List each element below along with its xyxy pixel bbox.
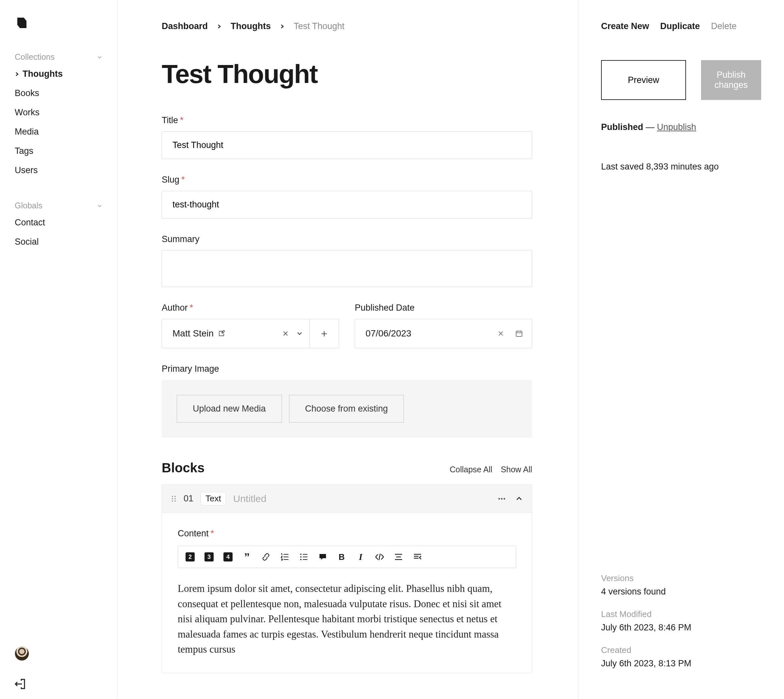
field-summary: Summary — [162, 234, 532, 287]
unpublish-link[interactable]: Unpublish — [657, 122, 696, 132]
nav-section-header-globals[interactable]: Globals — [15, 201, 103, 210]
chevron-down-icon — [97, 203, 103, 209]
drag-handle-icon[interactable] — [171, 495, 176, 502]
nav-item-label: Social — [15, 237, 39, 247]
nav-item-label: Tags — [15, 146, 33, 156]
author-select[interactable]: Matt Stein — [162, 319, 310, 348]
content-editor[interactable]: Lorem ipsum dolor sit amet, consectetur … — [178, 581, 516, 657]
block-header: 01 Text Untitled — [162, 485, 532, 513]
chevron-up-icon[interactable] — [515, 495, 523, 502]
block-type-badge: Text — [201, 492, 226, 505]
ordered-list-button[interactable] — [280, 552, 290, 562]
delete-button[interactable]: Delete — [711, 21, 737, 31]
field-label-title: Title* — [162, 115, 532, 126]
slug-input[interactable] — [162, 191, 532, 219]
nav-item-label: Contact — [15, 217, 45, 228]
block-number: 01 — [184, 494, 193, 504]
breadcrumb-root[interactable]: Dashboard — [162, 21, 208, 31]
nav-section-header-collections[interactable]: Collections — [15, 52, 103, 62]
preview-button[interactable]: Preview — [601, 60, 686, 100]
summary-input[interactable] — [162, 250, 532, 287]
breadcrumb-parent[interactable]: Thoughts — [230, 21, 271, 31]
svg-point-3 — [172, 498, 173, 499]
field-label-slug: Slug* — [162, 175, 532, 185]
breadcrumb: Dashboard Thoughts Test Thought — [162, 21, 532, 31]
title-input[interactable] — [162, 131, 532, 159]
svg-point-11 — [300, 556, 302, 558]
indent-button[interactable] — [413, 552, 423, 562]
svg-point-5 — [172, 500, 173, 502]
align-button[interactable] — [394, 552, 403, 562]
nav-item-label: Users — [15, 165, 38, 176]
h2-button[interactable]: 2 — [185, 552, 195, 562]
field-label-published-date: Published Date — [355, 303, 532, 313]
h3-button[interactable]: 3 — [204, 552, 214, 562]
field-title: Title* — [162, 115, 532, 159]
chevron-right-icon — [15, 72, 19, 76]
meta-created: Created July 6th 2023, 8:13 PM — [601, 645, 761, 669]
choose-existing-button[interactable]: Choose from existing — [289, 395, 404, 423]
upload-area: Upload new Media Choose from existing — [162, 380, 532, 438]
sidebar-bottom — [15, 646, 103, 689]
logout-icon[interactable] — [15, 679, 103, 689]
bold-button[interactable]: B — [337, 552, 346, 562]
field-label-summary: Summary — [162, 234, 532, 244]
duplicate-button[interactable]: Duplicate — [660, 21, 700, 31]
nav-item-label: Books — [15, 88, 39, 98]
svg-point-4 — [174, 498, 176, 499]
published-date-input[interactable]: 07/06/2023 — [355, 319, 532, 348]
logo[interactable] — [15, 17, 103, 30]
link-button[interactable] — [261, 552, 271, 562]
field-slug: Slug* — [162, 175, 532, 219]
meta-versions[interactable]: Versions 4 versions found — [601, 573, 761, 597]
author-add-button[interactable]: + — [310, 319, 339, 348]
quote-button[interactable]: ” — [242, 552, 252, 562]
calendar-icon[interactable] — [515, 330, 523, 337]
field-label-primary-image: Primary Image — [162, 364, 532, 374]
unordered-list-button[interactable] — [299, 552, 309, 562]
h4-button[interactable]: 4 — [223, 552, 233, 562]
meta-value: July 6th 2023, 8:13 PM — [601, 659, 761, 669]
publish-changes-button[interactable]: Publish changes — [701, 60, 761, 100]
sidebar-item-works[interactable]: Works — [15, 108, 103, 118]
block-name: Untitled — [233, 493, 267, 504]
sidebar-item-thoughts[interactable]: Thoughts — [15, 69, 103, 79]
sidebar-item-books[interactable]: Books — [15, 88, 103, 98]
edit-icon[interactable] — [218, 330, 225, 337]
richtext-toolbar: 2 3 4 ” B I — [178, 546, 516, 568]
field-label-author: Author* — [162, 303, 339, 313]
italic-button[interactable]: I — [356, 552, 366, 562]
more-icon[interactable] — [498, 497, 506, 500]
sidebar-item-users[interactable]: Users — [15, 165, 103, 176]
clear-icon[interactable] — [283, 331, 288, 336]
block-item: 01 Text Untitled Content* 2 3 4 ” — [162, 484, 532, 673]
last-saved: Last saved 8,393 minutes ago — [601, 162, 761, 172]
chevron-down-icon — [97, 54, 103, 60]
svg-point-12 — [300, 559, 302, 560]
svg-point-8 — [501, 498, 503, 499]
svg-point-10 — [300, 554, 302, 555]
svg-rect-0 — [516, 331, 522, 336]
sidebar-item-tags[interactable]: Tags — [15, 146, 103, 156]
nav-section-globals: Globals Contact Social — [15, 201, 103, 256]
clear-icon[interactable] — [498, 331, 504, 336]
sidebar-item-media[interactable]: Media — [15, 127, 103, 137]
comment-button[interactable] — [318, 552, 328, 562]
chevron-right-icon — [217, 24, 222, 29]
sidebar-item-contact[interactable]: Contact — [15, 217, 103, 228]
meta-value: July 6th 2023, 8:46 PM — [601, 623, 761, 633]
user-avatar[interactable] — [15, 646, 29, 661]
chevron-right-icon — [280, 24, 285, 29]
chevron-down-icon[interactable] — [296, 330, 303, 337]
code-button[interactable] — [375, 552, 385, 562]
block-body: Content* 2 3 4 ” B I Lorem ipsum dolo — [162, 513, 532, 673]
show-all-button[interactable]: Show All — [501, 465, 532, 474]
nav-section-collections: Collections Thoughts Books Works Media T… — [15, 52, 103, 185]
sidebar-item-social[interactable]: Social — [15, 237, 103, 247]
create-new-button[interactable]: Create New — [601, 21, 649, 31]
upload-new-media-button[interactable]: Upload new Media — [177, 395, 282, 423]
svg-point-1 — [172, 496, 173, 497]
nav-item-label: Works — [15, 108, 40, 118]
main-content: Dashboard Thoughts Test Thought Test Tho… — [118, 0, 578, 699]
collapse-all-button[interactable]: Collapse All — [449, 465, 492, 474]
